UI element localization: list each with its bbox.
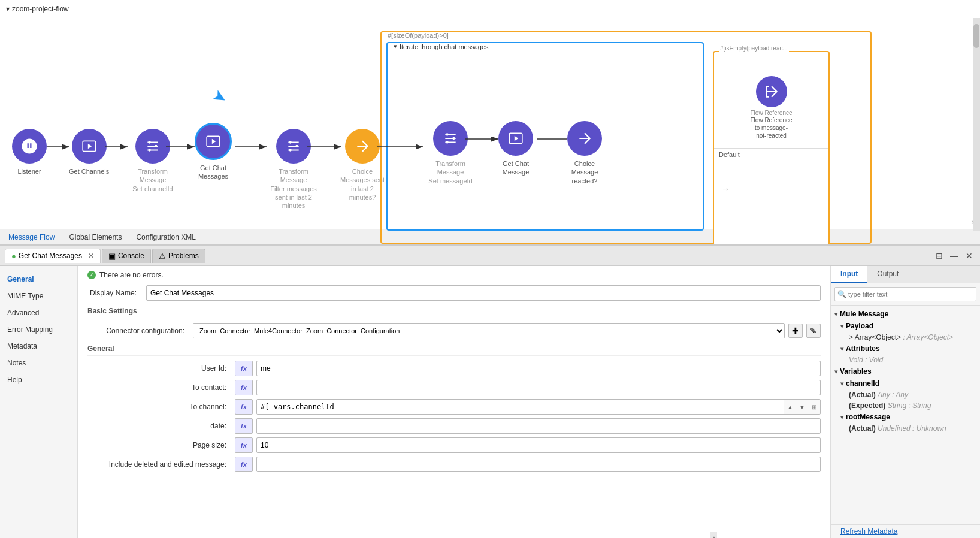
svg-marker-2 [87,144,92,149]
to-contact-fx-btn[interactable]: fx [235,380,253,395]
tab-problems[interactable]: ⚠ Problems [152,249,205,263]
rootmessage-label: rootMessage [846,413,890,421]
sidebar-item-error-mapping[interactable]: Error Mapping [0,321,77,338]
tab-get-chat-messages[interactable]: ● Get Chat Messages ✕ [5,249,101,263]
tree-channelid-expected: (Expected) String : String [831,400,980,411]
tab-console[interactable]: ▣ Console [102,249,151,263]
connector-select[interactable]: Zoom_Connector_Mule4Connector_Zoom_Conne… [193,323,785,338]
refresh-metadata-area: Refresh Metadata [831,524,980,538]
flow-ref-divider [714,148,828,149]
date-input[interactable] [256,418,821,434]
attributes-chevron: ▾ [840,346,843,352]
svg-marker-7 [212,139,216,144]
add-connector-btn[interactable]: ✚ [788,324,803,338]
sidebar-item-mime-type[interactable]: MIME Type [0,288,77,304]
tree-attributes[interactable]: ▾ Attributes [831,343,980,355]
channel-up-btn[interactable]: ▲ [784,400,796,414]
node-get-chat-messages[interactable]: ➤ Get ChatMessages [195,123,232,181]
success-dot: ✓ [87,271,96,279]
tab-close-btn[interactable]: ✕ [88,252,94,260]
tree-mule-message[interactable]: ▾ Mule Message [831,308,980,320]
iterate-label: ▾Iterate through chat messages [392,43,490,50]
to-contact-label: To contact: [87,383,231,392]
to-contact-input[interactable] [256,380,821,395]
svg-point-11 [446,133,448,135]
edit-connector-btn[interactable]: ✎ [806,324,821,338]
error-banner: ✓ There are no errors. [87,271,821,279]
tree-variables[interactable]: ▾ Variables [831,365,980,377]
flow-reference-outer: #[isEmpty(payload.reac... Flow Reference… [713,51,830,246]
flow-scroll-v[interactable] [973,18,980,231]
to-channel-fx-btn[interactable]: fx [235,399,253,415]
tree-channelid[interactable]: ▾ channelId [831,377,980,389]
mule-message-label: Mule Message [840,310,888,318]
display-name-row: Display Name: [87,285,821,301]
outer-condition-label: #[sizeOf(payload)>0] [386,32,450,39]
display-name-input[interactable] [146,285,821,301]
field-row-page-size: Page size: fx [87,437,821,453]
scroll-up-btn[interactable]: ▲ [710,534,718,538]
search-input[interactable] [834,287,976,301]
tree-attributes-type: Void : Void [831,355,980,365]
channelid-chevron: ▾ [840,380,843,387]
node-transform-2[interactable]: Transform MessageFilter messagessent in … [267,129,320,210]
general-section-title: General [87,344,821,356]
payload-chevron: ▾ [840,323,843,330]
tree-payload[interactable]: ▾ Payload [831,320,980,332]
variables-chevron: ▾ [834,368,837,375]
right-tab-input[interactable]: Input [831,266,867,283]
date-fx-btn[interactable]: fx [235,418,253,434]
tree-rootmessage[interactable]: ▾ rootMessage [831,411,980,423]
include-deleted-input[interactable] [256,457,821,472]
node-choice-1[interactable]: ChoiceMessages sentin last 2minutes? [340,129,385,201]
svg-point-9 [295,145,298,147]
date-label: date: [87,422,231,430]
to-channel-input[interactable] [257,400,784,414]
search-icon: 🔍 [837,290,846,298]
get-chat-messages-label: Get ChatMessages [198,164,228,181]
channelid-actual: (Actual) Any : Any [849,391,908,399]
get-channels-icon [72,129,107,164]
restore-btn[interactable]: ⊟ [933,250,945,262]
tree-channelid-actual: (Actual) Any : Any [831,389,980,400]
sidebar-item-metadata[interactable]: Metadata [0,338,77,355]
sidebar-item-notes[interactable]: Notes [0,355,77,371]
flow-ref-icon [756,76,787,107]
choice-2-icon [567,121,602,156]
page-size-input[interactable] [256,437,821,453]
minimize-btn[interactable]: — [948,250,961,262]
sidebar-item-help[interactable]: Help [0,371,77,388]
page-size-fx-btn[interactable]: fx [235,437,253,453]
form-scroll-bar[interactable]: ▲ ▼ [710,532,717,538]
userid-input[interactable] [256,361,821,376]
channel-grid-btn[interactable]: ⊞ [808,400,820,414]
node-get-chat-message[interactable]: Get ChatMessage [498,121,533,177]
get-chat-message-icon [498,121,533,156]
node-get-channels[interactable]: Get Channels [69,129,109,176]
default-label: Default [719,151,740,158]
refresh-metadata-link[interactable]: Refresh Metadata [836,525,902,538]
transform-2-icon [276,129,311,164]
connector-label: Connector configuration: [87,327,189,335]
field-row-date: date: fx [87,418,821,434]
choice-1-label: ChoiceMessages sentin last 2minutes? [340,167,385,201]
sidebar-item-advanced[interactable]: Advanced [0,304,77,321]
node-listener[interactable]: Listener [12,129,47,176]
flow-reference-node[interactable]: Flow Reference Flow Referenceto message-… [750,76,792,140]
get-channels-label: Get Channels [69,167,109,176]
node-transform-3[interactable]: Transform MessageSet messageId [424,121,477,185]
close-btn[interactable]: ✕ [963,250,975,262]
sidebar-item-general[interactable]: General [0,271,77,288]
node-transform-1[interactable]: Transform MessageSet channelId [126,129,180,193]
listener-icon [12,129,47,164]
node-choice-2[interactable]: ChoiceMessagereacted? [567,121,602,185]
tree-rootmessage-actual: (Actual) Undefined : Unknown [831,423,980,434]
payload-type: > Array<Object> : Array<Object> [849,333,953,341]
get-chat-message-label: Get ChatMessage [503,159,530,177]
flow-ref-condition: #[isEmpty(payload.reac... [719,45,789,52]
channel-down-btn[interactable]: ▼ [796,400,808,414]
include-deleted-fx-btn[interactable]: fx [235,457,253,472]
right-tab-output[interactable]: Output [867,266,908,283]
page-size-label: Page size: [87,441,231,449]
userid-fx-btn[interactable]: fx [235,361,253,376]
